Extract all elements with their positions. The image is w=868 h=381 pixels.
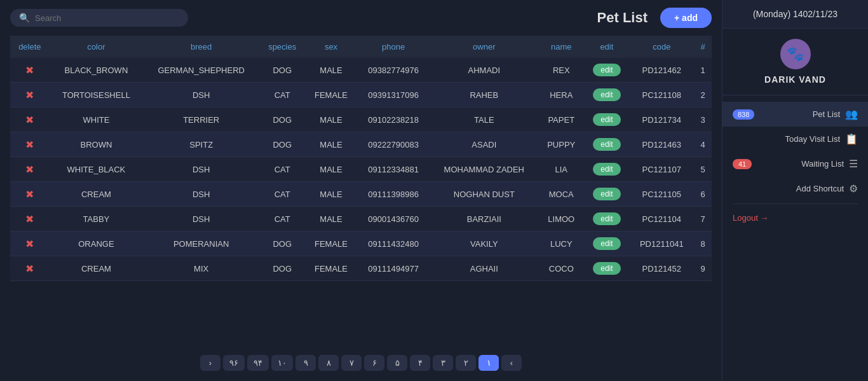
logout-item[interactable]: Logout → — [722, 207, 868, 229]
edit-button[interactable]: edit — [593, 163, 620, 176]
col-num: # — [694, 36, 712, 58]
color-cell: WHITE — [50, 107, 143, 132]
search-wrapper[interactable]: 🔍 — [10, 9, 188, 27]
sidebar-item-pet-list[interactable]: 838 Pet List 👥 — [722, 102, 868, 127]
page-button[interactable]: ‹ — [501, 355, 522, 371]
owner-cell: TALE — [430, 107, 538, 132]
edit-cell[interactable]: edit — [584, 232, 629, 256]
phone-cell: 09102238218 — [357, 107, 430, 132]
sidebar-item-waiting-list[interactable]: 41 Waiting List ☰ — [722, 151, 868, 176]
owner-cell: ASADI — [430, 132, 538, 157]
date-header: (Monday) 1402/11/23 — [722, 0, 868, 29]
phone-cell: 09111398986 — [357, 182, 430, 207]
delete-cell[interactable]: ✖ — [10, 256, 50, 281]
edit-button[interactable]: edit — [593, 64, 620, 76]
sex-cell: FEMALE — [305, 256, 357, 281]
col-owner: owner — [430, 36, 538, 58]
delete-icon[interactable]: ✖ — [25, 263, 34, 274]
delete-cell[interactable]: ✖ — [10, 107, 50, 132]
edit-button[interactable]: edit — [593, 262, 620, 275]
breed-cell: DSH — [143, 83, 259, 107]
sidebar-item-today-visit[interactable]: Today Visit List 📋 — [722, 127, 868, 151]
species-cell: DOG — [259, 132, 305, 157]
delete-icon[interactable]: ✖ — [25, 139, 34, 150]
page-button[interactable]: › — [200, 355, 220, 371]
id-cell: 5 — [694, 157, 712, 182]
edit-button[interactable]: edit — [593, 138, 620, 151]
delete-cell[interactable]: ✖ — [10, 83, 50, 107]
sex-cell: FEMALE — [305, 232, 357, 256]
color-cell: CREAM — [50, 182, 143, 207]
today-visit-icon: 📋 — [845, 133, 858, 145]
waiting-list-badge: 41 — [733, 159, 752, 169]
table-row: ✖ BROWN SPITZ DOG MALE 09222790083 ASADI… — [10, 132, 712, 157]
edit-button[interactable]: edit — [593, 188, 620, 200]
main-content: 🔍 Pet List + add delete color breed spec… — [0, 0, 722, 381]
page-button[interactable]: ۱ — [478, 355, 499, 371]
edit-cell[interactable]: edit — [584, 107, 629, 132]
color-cell: BROWN — [50, 132, 143, 157]
edit-cell[interactable]: edit — [584, 157, 629, 182]
sidebar-item-add-shortcut[interactable]: Add Shortcut ⚙ — [722, 176, 868, 201]
page-button[interactable]: ۲ — [456, 355, 476, 371]
phone-cell: 09001436760 — [357, 207, 430, 232]
delete-icon[interactable]: ✖ — [25, 114, 34, 125]
add-button[interactable]: + add — [660, 8, 712, 28]
page-button[interactable]: ۴ — [410, 355, 430, 371]
edit-cell[interactable]: edit — [584, 83, 629, 107]
edit-button[interactable]: edit — [593, 237, 620, 250]
col-color: color — [50, 36, 143, 58]
sex-cell: MALE — [305, 58, 357, 83]
page-button[interactable]: ۱۰ — [271, 355, 293, 371]
delete-icon[interactable]: ✖ — [25, 239, 34, 249]
edit-cell[interactable]: edit — [584, 58, 629, 83]
table-row: ✖ CREAM MIX DOG FEMALE 09111494977 AGHAI… — [10, 256, 712, 281]
phone-cell: 09222790083 — [357, 132, 430, 157]
breed-cell: SPITZ — [143, 132, 259, 157]
page-button[interactable]: ۹۴ — [247, 355, 269, 371]
page-button[interactable]: ۹۶ — [223, 355, 245, 371]
edit-cell[interactable]: edit — [584, 207, 629, 232]
sidebar-divider — [733, 204, 858, 204]
delete-icon[interactable]: ✖ — [25, 164, 34, 175]
delete-icon[interactable]: ✖ — [25, 90, 34, 100]
page-button[interactable]: ۷ — [341, 355, 362, 371]
species-cell: CAT — [259, 182, 305, 207]
page-button[interactable]: ۵ — [387, 355, 407, 371]
id-cell: 9 — [694, 256, 712, 281]
name-cell: PUPPY — [538, 132, 584, 157]
delete-cell[interactable]: ✖ — [10, 157, 50, 182]
edit-cell[interactable]: edit — [584, 256, 629, 281]
table-row: ✖ WHITE_BLACK DSH CAT MALE 09112334881 M… — [10, 157, 712, 182]
search-icon: 🔍 — [19, 13, 30, 23]
edit-button[interactable]: edit — [593, 113, 620, 126]
edit-cell[interactable]: edit — [584, 182, 629, 207]
col-breed: breed — [143, 36, 259, 58]
table-row: ✖ CREAM DSH CAT MALE 09111398986 NOGHAN … — [10, 182, 712, 207]
id-cell: 3 — [694, 107, 712, 132]
color-cell: TORTOISESHELL — [50, 83, 143, 107]
edit-button[interactable]: edit — [593, 212, 620, 225]
page-button[interactable]: ۳ — [433, 355, 453, 371]
page-button[interactable]: ۹ — [295, 355, 316, 371]
species-cell: DOG — [259, 58, 305, 83]
delete-cell[interactable]: ✖ — [10, 182, 50, 207]
delete-icon[interactable]: ✖ — [25, 65, 34, 76]
page-button[interactable]: ۸ — [318, 355, 339, 371]
delete-icon[interactable]: ✖ — [25, 189, 34, 200]
delete-cell[interactable]: ✖ — [10, 232, 50, 256]
code-cell: PD1211041 — [629, 232, 694, 256]
edit-button[interactable]: edit — [593, 88, 620, 101]
delete-cell[interactable]: ✖ — [10, 132, 50, 157]
sidebar: (Monday) 1402/11/23 🐾 DARIK VAND 838 Pet… — [722, 0, 868, 381]
page-button[interactable]: ۶ — [364, 355, 384, 371]
table-body: ✖ BLACK_BROWN GERMAN_SHEPHERD DOG MALE 0… — [10, 58, 712, 281]
delete-icon[interactable]: ✖ — [25, 214, 34, 225]
name-cell: COCO — [538, 256, 584, 281]
search-input[interactable] — [35, 13, 179, 23]
edit-cell[interactable]: edit — [584, 132, 629, 157]
delete-cell[interactable]: ✖ — [10, 207, 50, 232]
pet-table: delete color breed species sex phone own… — [10, 36, 712, 281]
delete-cell[interactable]: ✖ — [10, 58, 50, 83]
breed-cell: DSH — [143, 157, 259, 182]
